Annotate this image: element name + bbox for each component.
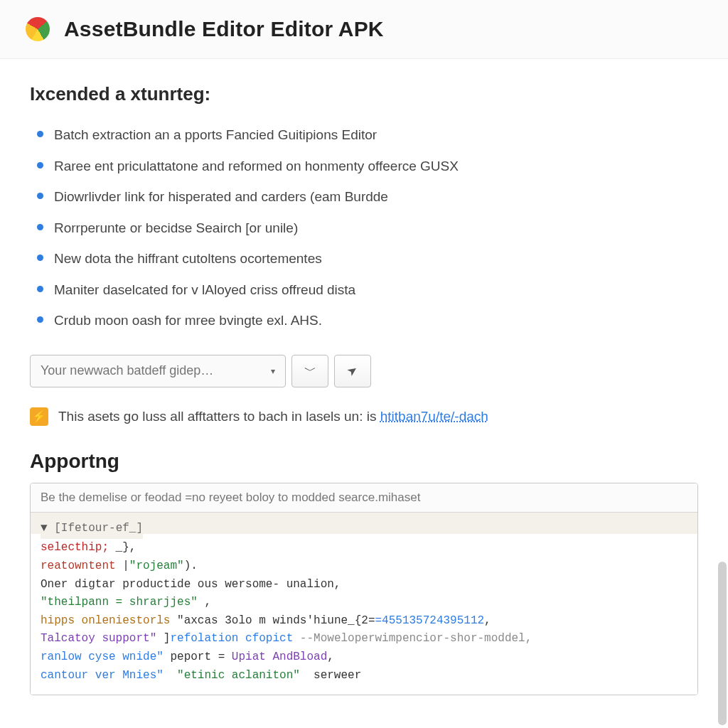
code-token: _}, <box>109 541 136 554</box>
code-token: peport = <box>164 651 232 663</box>
code-token: , <box>327 651 334 663</box>
caret-down-icon: ▾ <box>271 366 275 376</box>
expand-button[interactable]: ﹀ <box>291 355 328 387</box>
code-panel: Be the demelise or feodad =no reyeet bol… <box>30 483 698 695</box>
list-item: Batch extraction an a pports Fancied Gui… <box>34 119 698 151</box>
header-bar: AssetBundle Editor Editor APK <box>0 0 728 59</box>
apporting-heading: Apportng <box>30 450 698 473</box>
code-token: "etinic aclaniton" <box>177 669 300 682</box>
bolt-icon: ⚡ <box>30 407 48 426</box>
list-item: Crdub moon oash for mree bvingte exl. AH… <box>34 305 698 336</box>
code-token: Upiat AndBload <box>232 651 327 663</box>
toolbar: Your newwach batdeff gidep… ▾ ﹀ ➤ <box>30 355 698 387</box>
list-item: Raree ent priculattatone and reformed on… <box>34 151 698 182</box>
code-panel-header: Be the demelise or feodad =no reyeet bol… <box>31 483 697 513</box>
feature-list: Batch extraction an a pports Fancied Gui… <box>30 119 698 336</box>
code-token: "axcas 3olo m winds'hiune_{2= <box>170 614 375 627</box>
collapse-triangle-icon[interactable]: ▼ <box>41 522 48 535</box>
code-token: ranlow cyse wnide" <box>41 651 164 663</box>
list-item: New dota the hiffrant cutoltens ocorteme… <box>34 243 698 274</box>
page-title: AssetBundle Editor Editor APK <box>64 17 384 41</box>
code-token: serweer <box>300 669 361 682</box>
code-token: "rojeam" <box>129 560 184 572</box>
list-item: Rorrperunte or becidse Seairch [or unile… <box>34 213 698 244</box>
code-token: =455135724395112 <box>375 614 484 627</box>
code-token: , <box>198 596 211 609</box>
callout-text: This asets go luss all afftatters to bac… <box>58 409 488 424</box>
code-token: ). <box>184 560 198 572</box>
cursor-icon: ➤ <box>344 362 361 380</box>
code-token: Talcatoy support" <box>41 632 156 645</box>
features-heading: Ixcended a xtunrteg: <box>30 83 698 105</box>
cursor-button[interactable]: ➤ <box>334 355 371 387</box>
code-token: Oner digtar productide ous wersome- unal… <box>41 578 341 591</box>
code-token: cantour ver Mnies" <box>41 669 177 682</box>
dropdown-label: Your newwach batdeff gidep… <box>41 363 213 378</box>
code-token: , <box>484 614 491 627</box>
code-token: [Ifetour-ef_] <box>48 522 143 535</box>
chevron-down-icon: ﹀ <box>304 363 316 379</box>
batch-dropdown[interactable]: Your newwach batdeff gidep… ▾ <box>30 355 286 387</box>
list-item: Diowrlivder link for hisperated and card… <box>34 181 698 213</box>
scrollbar-thumb[interactable] <box>718 562 727 725</box>
code-token: selecthip; <box>41 541 109 554</box>
info-callout: ⚡ This asets go luss all afftatters to b… <box>30 402 698 432</box>
callout-text-before: This asets go luss all afftatters to bac… <box>58 409 380 424</box>
main-content: Ixcended a xtunrteg: Batch extraction an… <box>0 59 728 695</box>
code-token: ] <box>156 632 170 645</box>
code-token: refolation cfopict <box>170 632 293 645</box>
code-token: hipps <box>41 614 82 627</box>
code-token: reatowntent <box>41 560 116 572</box>
code-body[interactable]: ▼ [Ifetour-ef_] selecthip; _}, reatownte… <box>31 513 697 695</box>
code-token: --Moweloperwimpencior-shor-moddel, <box>293 632 532 645</box>
code-token: | <box>116 560 129 572</box>
app-logo-icon <box>26 17 50 41</box>
list-item: Maniter daselcated for v lAloyed criss o… <box>34 274 698 306</box>
code-token: onleniestorls <box>82 614 171 627</box>
callout-link[interactable]: htitban7u/te/-dach <box>380 409 488 424</box>
code-token: "theilpann = shrarjjes" <box>41 596 198 609</box>
